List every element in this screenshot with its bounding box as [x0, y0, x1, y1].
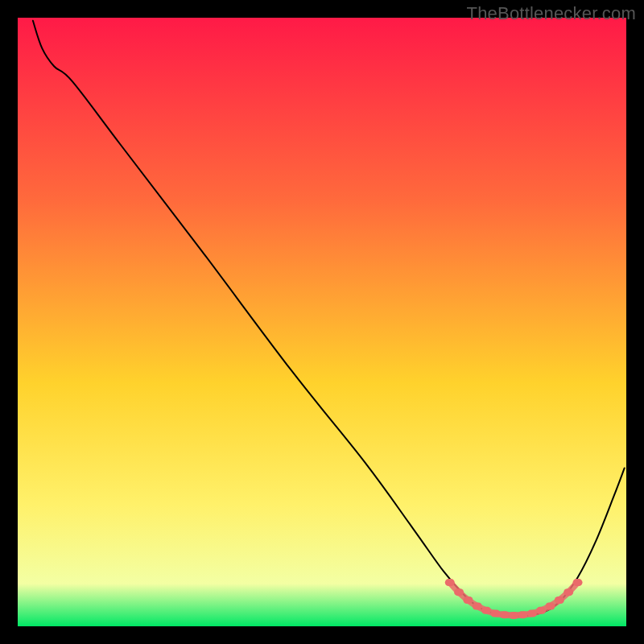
marker-dot: [509, 612, 518, 619]
marker-dot: [546, 603, 555, 610]
marker-dot: [555, 597, 564, 604]
plot-area: [18, 18, 626, 626]
chart-svg: [18, 18, 626, 626]
watermark-text: TheBottlenecker.com: [467, 3, 636, 24]
marker-dot: [473, 603, 482, 610]
marker-dot: [536, 607, 546, 614]
marker-dot: [564, 588, 573, 596]
marker-dot: [445, 579, 455, 586]
chart-stage: TheBottlenecker.com: [0, 0, 644, 644]
marker-dot: [481, 607, 491, 614]
marker-dot: [500, 611, 510, 618]
marker-dot: [490, 610, 500, 617]
marker-dot: [463, 597, 473, 604]
marker-dot: [527, 610, 537, 617]
marker-dot: [518, 611, 527, 618]
marker-dot: [454, 588, 464, 596]
gradient-bg: [18, 18, 626, 626]
marker-dot: [573, 579, 583, 586]
